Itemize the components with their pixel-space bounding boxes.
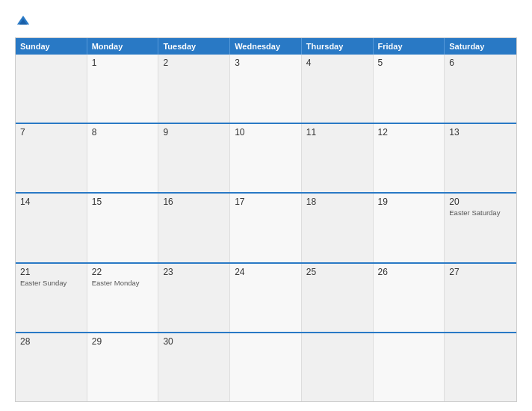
calendar: SundayMondayTuesdayWednesdayThursdayFrid… (15, 37, 517, 402)
day-number: 18 (306, 197, 368, 207)
day-number: 20 (449, 197, 512, 207)
calendar-cell: 13 (445, 124, 516, 192)
calendar-cell: 25 (302, 264, 374, 332)
calendar-cell (445, 333, 516, 401)
day-number: 9 (163, 127, 225, 137)
calendar-cell: 17 (230, 194, 302, 262)
day-number: 27 (449, 267, 512, 277)
calendar-cell: 20Easter Saturday (445, 194, 516, 262)
calendar-cell: 7 (16, 124, 87, 192)
day-number: 25 (306, 267, 368, 277)
day-event: Easter Sunday (20, 279, 82, 288)
calendar-cell (230, 333, 302, 401)
day-number: 21 (20, 267, 82, 277)
day-event: Easter Saturday (449, 208, 512, 217)
day-number: 2 (163, 58, 225, 68)
weekday-header-thursday: Thursday (302, 38, 374, 55)
day-number: 28 (20, 336, 82, 347)
day-number: 7 (20, 127, 82, 137)
weekday-header-tuesday: Tuesday (158, 38, 230, 55)
calendar-cell: 14 (16, 194, 87, 262)
day-number: 11 (306, 127, 368, 137)
calendar-cell: 16 (158, 194, 230, 262)
calendar-cell: 1 (87, 55, 159, 123)
calendar-cell: 24 (230, 264, 302, 332)
calendar-cell: 10 (230, 124, 302, 192)
calendar-cell: 3 (230, 55, 302, 123)
calendar-body: 1234567891011121314151617181920Easter Sa… (16, 55, 516, 401)
page-header (15, 13, 517, 30)
calendar-cell: 22Easter Monday (87, 264, 159, 332)
weekday-header-monday: Monday (87, 38, 159, 55)
calendar-cell: 11 (302, 124, 374, 192)
calendar-cell: 18 (302, 194, 374, 262)
calendar-cell: 5 (374, 55, 445, 123)
day-number: 19 (378, 197, 440, 207)
calendar-cell: 29 (87, 333, 159, 401)
calendar-week-3: 14151617181920Easter Saturday (16, 192, 516, 262)
calendar-cell: 27 (445, 264, 516, 332)
weekday-header-saturday: Saturday (445, 38, 516, 55)
calendar-cell: 19 (374, 194, 445, 262)
day-number: 1 (92, 58, 154, 68)
day-number: 16 (163, 197, 225, 207)
calendar-cell: 8 (87, 124, 159, 192)
calendar-cell: 9 (158, 124, 230, 192)
calendar-cell: 26 (374, 264, 445, 332)
day-number: 22 (92, 267, 154, 277)
calendar-cell: 21Easter Sunday (16, 264, 87, 332)
calendar-header: SundayMondayTuesdayWednesdayThursdayFrid… (16, 38, 516, 55)
weekday-header-wednesday: Wednesday (230, 38, 302, 55)
calendar-cell: 23 (158, 264, 230, 332)
calendar-cell (374, 333, 445, 401)
day-number: 10 (235, 127, 297, 137)
day-number: 23 (163, 267, 225, 277)
calendar-week-1: 123456 (16, 55, 516, 123)
calendar-cell (302, 333, 374, 401)
logo (15, 13, 33, 30)
calendar-week-2: 78910111213 (16, 123, 516, 192)
day-number: 15 (92, 197, 154, 207)
calendar-cell: 4 (302, 55, 374, 123)
day-number: 13 (449, 127, 512, 137)
day-number: 17 (235, 197, 297, 207)
day-number: 14 (20, 197, 82, 207)
day-number: 5 (378, 58, 440, 68)
calendar-week-4: 21Easter Sunday22Easter Monday2324252627 (16, 262, 516, 332)
calendar-cell: 6 (445, 55, 516, 123)
day-number: 30 (163, 336, 225, 347)
day-number: 29 (92, 336, 154, 347)
calendar-cell: 30 (158, 333, 230, 401)
day-number: 8 (92, 127, 154, 137)
calendar-cell: 28 (16, 333, 87, 401)
day-number: 24 (235, 267, 297, 277)
calendar-cell (16, 55, 87, 123)
day-number: 3 (235, 58, 297, 68)
calendar-week-5: 282930 (16, 332, 516, 401)
logo-icon (15, 13, 31, 30)
day-number: 6 (449, 58, 512, 68)
calendar-cell: 12 (374, 124, 445, 192)
calendar-cell: 2 (158, 55, 230, 123)
day-number: 12 (378, 127, 440, 137)
weekday-header-friday: Friday (374, 38, 445, 55)
day-event: Easter Monday (92, 279, 154, 288)
day-number: 4 (306, 58, 368, 68)
calendar-cell: 15 (87, 194, 159, 262)
weekday-header-sunday: Sunday (16, 38, 87, 55)
day-number: 26 (378, 267, 440, 277)
